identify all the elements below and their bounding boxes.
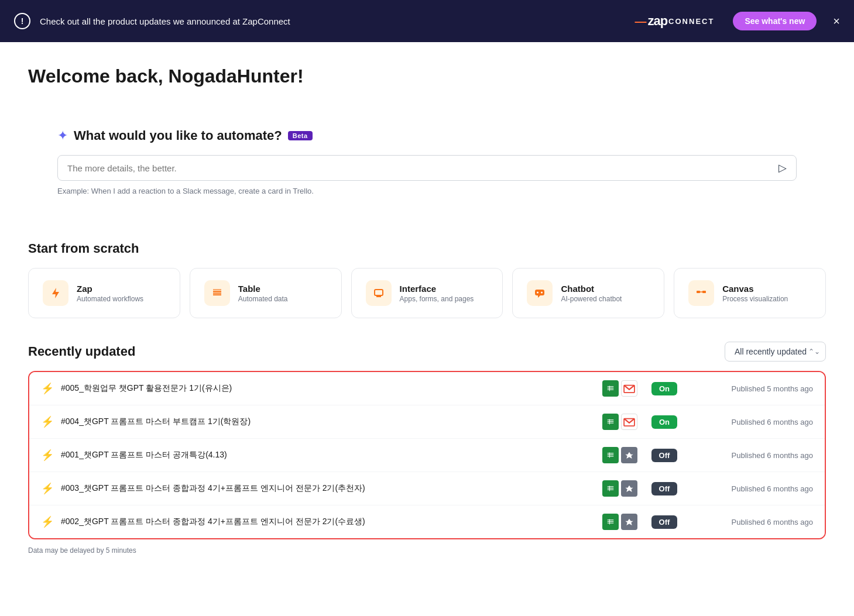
zap-name: #004_챗GPT 프롬프트 마스터 부트캠프 1기(학원장) — [61, 417, 595, 427]
table-row[interactable]: ⚡ #001_챗GPT 프롬프트 마스터 공개특강(4.13) Off Publ… — [29, 439, 825, 472]
zap-bolt-icon: ⚡ — [41, 515, 54, 528]
svg-rect-46 — [608, 521, 614, 522]
svg-rect-35 — [608, 456, 614, 457]
svg-rect-3 — [213, 291, 221, 292]
zap-app-icons — [602, 380, 637, 397]
zap-app-icons — [602, 514, 637, 530]
automate-example-text: Example: When I add a reaction to a Slac… — [57, 187, 797, 195]
status-badge: Off — [651, 482, 677, 495]
card-zap[interactable]: Zap Automated workflows — [28, 268, 180, 318]
svg-rect-21 — [608, 386, 614, 387]
svg-point-13 — [537, 292, 539, 294]
svg-rect-7 — [372, 286, 386, 300]
zap-app-icons — [602, 447, 637, 463]
zap-name: #003_챗GPT 프롬프트 마스터 종합과정 4기+프롬프트 엔지니어 전문가… — [61, 483, 595, 494]
sheets-icon — [602, 380, 619, 397]
svg-marker-37 — [625, 452, 633, 459]
gmail-icon — [621, 380, 637, 397]
zap-app-icons — [602, 480, 637, 497]
card-canvas[interactable]: Canvas Process visualization — [674, 268, 826, 318]
automate-heading-text: What would you like to automate? — [74, 128, 282, 143]
banner-close-button[interactable]: × — [833, 15, 840, 28]
svg-rect-11 — [535, 290, 544, 295]
svg-rect-47 — [608, 523, 614, 524]
recently-header: Recently updated All recently updated Za… — [28, 342, 826, 362]
see-whats-new-button[interactable]: See what's new — [733, 12, 817, 30]
announcement-banner: ! Check out all the product updates we a… — [0, 0, 854, 42]
svg-rect-15 — [694, 286, 708, 300]
automate-input[interactable] — [67, 163, 778, 173]
card-zap-subtitle: Automated workflows — [77, 295, 143, 303]
status-badge: On — [651, 415, 677, 429]
table-row[interactable]: ⚡ #004_챗GPT 프롬프트 마스터 부트캠프 1기(학원장) On Pub… — [29, 405, 825, 439]
svg-rect-34 — [608, 455, 614, 455]
sheets-icon — [602, 414, 619, 430]
zap-bolt-icon: ⚡ — [41, 382, 54, 395]
table-icon — [210, 286, 224, 300]
card-table-title: Table — [238, 284, 288, 294]
zap-time: Published 6 months ago — [708, 418, 813, 426]
banner-alert-icon: ! — [14, 13, 30, 29]
status-badge: Off — [651, 449, 677, 462]
card-zap-title: Zap — [77, 284, 143, 294]
card-canvas-title: Canvas — [722, 284, 788, 294]
data-delay-note: Data may be delayed by 5 minutes — [28, 546, 826, 555]
interface-icon-wrap — [366, 280, 392, 306]
zapier-icon — [621, 514, 637, 530]
card-chatbot-title: Chatbot — [561, 284, 622, 294]
svg-marker-49 — [625, 519, 633, 525]
zapconnect-logo: — zap CONNECT — [635, 13, 714, 29]
beta-badge: Beta — [288, 131, 313, 140]
zap-time: Published 6 months ago — [708, 484, 813, 493]
status-badge: On — [651, 382, 677, 395]
svg-rect-6 — [213, 289, 221, 290]
table-row[interactable]: ⚡ #005_학원업무 챗GPT 활용전문가 1기(유시은) On Publis… — [29, 372, 825, 405]
svg-point-14 — [541, 292, 543, 294]
zapier-icon — [621, 480, 637, 497]
chatbot-icon — [533, 286, 547, 300]
recently-filter-wrap[interactable]: All recently updated Zaps Tables Interfa… — [725, 342, 826, 362]
svg-rect-29 — [608, 423, 614, 424]
svg-rect-27 — [608, 419, 614, 420]
zap-name: #005_학원업무 챗GPT 활용전문가 1기(유시은) — [61, 383, 595, 394]
card-table[interactable]: Table Automated data — [190, 268, 342, 318]
svg-rect-28 — [608, 421, 614, 422]
welcome-title: Welcome back, NogadaHunter! — [28, 66, 826, 87]
chatbot-icon-wrap — [527, 280, 553, 306]
zap-list: ⚡ #005_학원업무 챗GPT 활용전문가 1기(유시은) On Publis… — [28, 371, 826, 539]
automate-sparkle-icon: ✦ — [57, 128, 68, 143]
interface-icon — [372, 286, 386, 300]
card-interface-subtitle: Apps, forms, and pages — [400, 295, 474, 303]
card-table-subtitle: Automated data — [238, 295, 288, 303]
table-row[interactable]: ⚡ #003_챗GPT 프롬프트 마스터 종합과정 4기+프롬프트 엔지니어 전… — [29, 472, 825, 505]
table-row[interactable]: ⚡ #002_챗GPT 프롬프트 마스터 종합과정 4기+프롬프트 엔지니어 전… — [29, 505, 825, 538]
zap-time: Published 5 months ago — [708, 384, 813, 393]
svg-rect-5 — [213, 294, 221, 295]
zap-bolt-icon: ⚡ — [41, 449, 54, 462]
sheets-icon — [602, 514, 619, 530]
svg-rect-33 — [608, 453, 614, 453]
status-badge: Off — [651, 515, 677, 529]
svg-rect-40 — [608, 488, 614, 488]
zap-icon — [49, 286, 63, 300]
recently-filter-select[interactable]: All recently updated Zaps Tables Interfa… — [725, 342, 826, 362]
automate-input-row[interactable]: ▷ — [57, 155, 797, 181]
card-chatbot-subtitle: AI-powered chatbot — [561, 295, 622, 303]
zap-bolt-icon: ⚡ — [41, 482, 54, 495]
scratch-section-title: Start from scratch — [28, 241, 826, 256]
card-chatbot[interactable]: Chatbot AI-powered chatbot — [512, 268, 664, 318]
zap-time: Published 6 months ago — [708, 451, 813, 460]
card-interface[interactable]: Interface Apps, forms, and pages — [351, 268, 503, 318]
svg-rect-39 — [608, 486, 614, 487]
zap-icon-wrap — [43, 280, 68, 306]
svg-rect-23 — [608, 390, 614, 390]
svg-rect-41 — [608, 490, 614, 490]
zapier-icon — [621, 447, 637, 463]
zap-time: Published 6 months ago — [708, 518, 813, 526]
canvas-icon-wrap — [688, 280, 714, 306]
zap-name: #002_챗GPT 프롬프트 마스터 종합과정 4기+프롬프트 엔지니어 전문가… — [61, 517, 595, 527]
sheets-icon — [602, 480, 619, 497]
zap-app-icons — [602, 414, 637, 430]
svg-rect-22 — [608, 388, 614, 388]
automate-submit-button[interactable]: ▷ — [778, 161, 787, 174]
